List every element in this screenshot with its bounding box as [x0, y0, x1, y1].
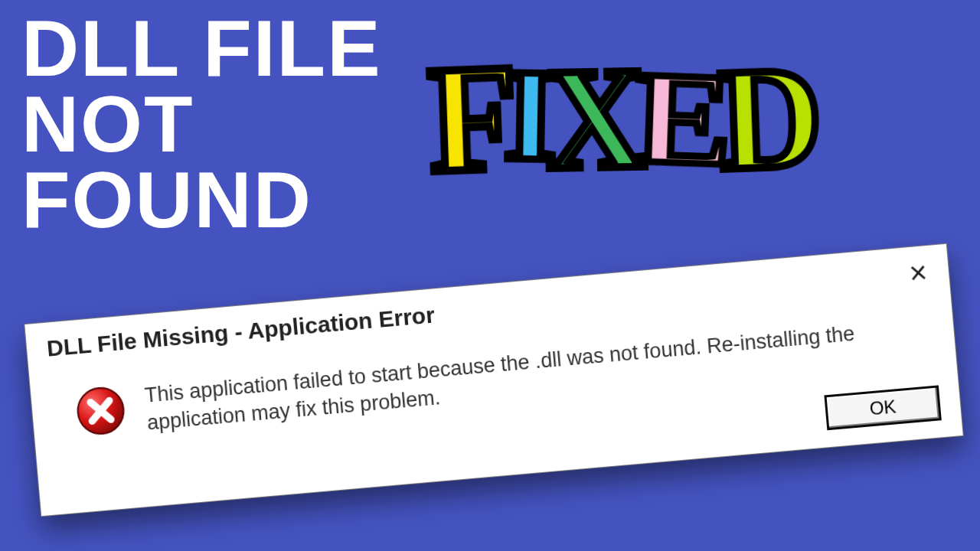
fixed-letter-f: F — [426, 41, 507, 197]
fixed-letter-d: D — [717, 44, 811, 193]
close-icon: × — [908, 255, 929, 290]
error-icon — [74, 383, 129, 439]
headline-line-2: NOT — [21, 86, 382, 162]
error-dialog: DLL File Missing - Application Error × — [24, 243, 963, 517]
fixed-word: F I X E D — [429, 46, 809, 191]
headline-line-3: FOUND — [21, 162, 382, 238]
headline: DLL FILE NOT FOUND — [21, 11, 382, 237]
fixed-letter-e: E — [632, 52, 720, 186]
close-button[interactable]: × — [900, 256, 936, 289]
ok-button[interactable]: OK — [824, 385, 941, 430]
headline-line-1: DLL FILE — [21, 11, 382, 86]
fixed-letter-x: X — [544, 45, 634, 192]
fixed-letter-i: I — [502, 49, 544, 187]
